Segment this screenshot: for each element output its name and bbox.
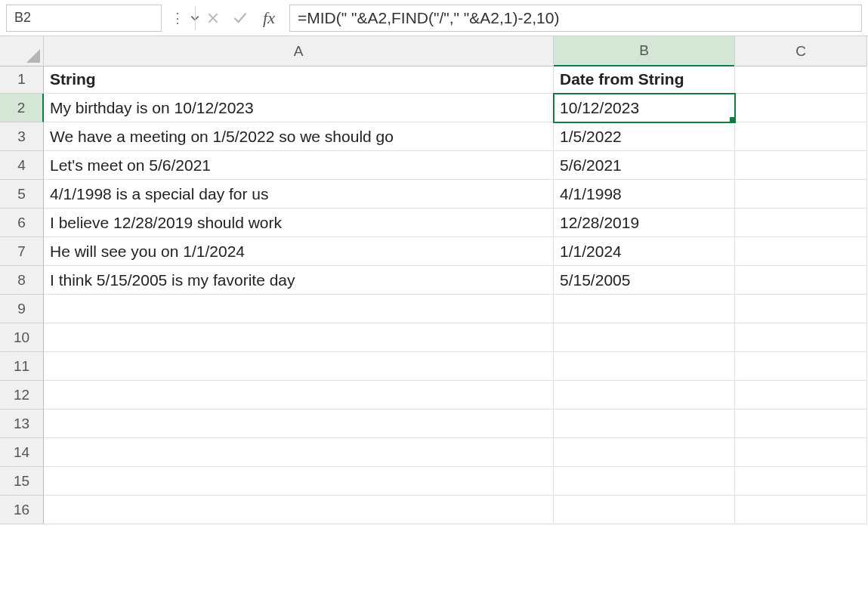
cell-A7[interactable]: He will see you on 1/1/2024 xyxy=(44,237,554,266)
cell-C16[interactable] xyxy=(735,496,867,524)
name-box[interactable] xyxy=(14,10,190,26)
row-header-13[interactable]: 13 xyxy=(0,409,44,438)
spreadsheet-grid[interactable]: ABC1StringDate from String2My birthday i… xyxy=(0,36,868,524)
row-header-4[interactable]: 4 xyxy=(0,151,44,180)
cell-C1[interactable] xyxy=(735,65,867,94)
cell-A15[interactable] xyxy=(44,467,554,496)
row-header-5[interactable]: 5 xyxy=(0,180,44,209)
cell-B8[interactable]: 5/15/2005 xyxy=(554,266,735,295)
cell-B5[interactable]: 4/1/1998 xyxy=(554,180,735,209)
cell-A3[interactable]: We have a meeting on 1/5/2022 so we shou… xyxy=(44,122,554,151)
select-all-corner[interactable] xyxy=(0,36,44,66)
formula-bar: ⋮ fx xyxy=(0,0,868,36)
cell-C3[interactable] xyxy=(735,122,867,151)
name-box-container[interactable] xyxy=(6,5,162,32)
row-header-14[interactable]: 14 xyxy=(0,438,44,467)
dots-vertical-icon[interactable]: ⋮ xyxy=(166,5,189,31)
column-header-C[interactable]: C xyxy=(735,36,867,66)
cell-C12[interactable] xyxy=(735,381,867,409)
cell-B7[interactable]: 1/1/2024 xyxy=(554,237,735,266)
cell-B3[interactable]: 1/5/2022 xyxy=(554,122,735,151)
row-header-6[interactable]: 6 xyxy=(0,209,44,237)
formula-input-container[interactable] xyxy=(289,5,862,32)
cell-A10[interactable] xyxy=(44,323,554,352)
cell-C13[interactable] xyxy=(735,409,867,438)
cell-C11[interactable] xyxy=(735,352,867,381)
column-header-A[interactable]: A xyxy=(44,36,554,66)
separator xyxy=(195,6,196,30)
cell-C10[interactable] xyxy=(735,323,867,352)
cell-A11[interactable] xyxy=(44,352,554,381)
cell-B15[interactable] xyxy=(554,467,735,496)
row-header-1[interactable]: 1 xyxy=(0,65,44,94)
cell-B11[interactable] xyxy=(554,352,735,381)
cell-C2[interactable] xyxy=(735,94,867,122)
cell-A8[interactable]: I think 5/15/2005 is my favorite day xyxy=(44,266,554,295)
cell-B13[interactable] xyxy=(554,409,735,438)
cell-A14[interactable] xyxy=(44,438,554,467)
row-header-7[interactable]: 7 xyxy=(0,237,44,266)
cell-B9[interactable] xyxy=(554,295,735,323)
row-header-12[interactable]: 12 xyxy=(0,381,44,409)
row-header-9[interactable]: 9 xyxy=(0,295,44,323)
cell-C8[interactable] xyxy=(735,266,867,295)
cell-A16[interactable] xyxy=(44,496,554,524)
cell-C5[interactable] xyxy=(735,180,867,209)
cell-C7[interactable] xyxy=(735,237,867,266)
cell-B12[interactable] xyxy=(554,381,735,409)
enter-check-icon[interactable] xyxy=(229,5,252,31)
row-header-15[interactable]: 15 xyxy=(0,467,44,496)
row-header-16[interactable]: 16 xyxy=(0,496,44,524)
cell-B16[interactable] xyxy=(554,496,735,524)
row-header-3[interactable]: 3 xyxy=(0,122,44,151)
cell-C4[interactable] xyxy=(735,151,867,180)
cell-C15[interactable] xyxy=(735,467,867,496)
cell-A13[interactable] xyxy=(44,409,554,438)
cell-B6[interactable]: 12/28/2019 xyxy=(554,209,735,237)
cell-C9[interactable] xyxy=(735,295,867,323)
cell-C14[interactable] xyxy=(735,438,867,467)
cell-A12[interactable] xyxy=(44,381,554,409)
cell-B1[interactable]: Date from String xyxy=(554,65,735,94)
cell-B10[interactable] xyxy=(554,323,735,352)
cell-A4[interactable]: Let's meet on 5/6/2021 xyxy=(44,151,554,180)
row-header-8[interactable]: 8 xyxy=(0,266,44,295)
cell-A9[interactable] xyxy=(44,295,554,323)
fx-icon[interactable]: fx xyxy=(256,8,282,28)
cancel-icon[interactable] xyxy=(202,5,224,31)
row-header-10[interactable]: 10 xyxy=(0,323,44,352)
cell-B14[interactable] xyxy=(554,438,735,467)
cell-C6[interactable] xyxy=(735,209,867,237)
row-header-11[interactable]: 11 xyxy=(0,352,44,381)
cell-B4[interactable]: 5/6/2021 xyxy=(554,151,735,180)
formula-input[interactable] xyxy=(298,9,854,27)
row-header-2[interactable]: 2 xyxy=(0,94,44,122)
cell-A6[interactable]: I believe 12/28/2019 should work xyxy=(44,209,554,237)
cell-A1[interactable]: String xyxy=(44,65,554,94)
cell-A2[interactable]: My birthday is on 10/12/2023 xyxy=(44,94,554,122)
cell-B2[interactable]: 10/12/2023 xyxy=(554,94,735,122)
column-header-B[interactable]: B xyxy=(554,36,735,66)
cell-A5[interactable]: 4/1/1998 is a special day for us xyxy=(44,180,554,209)
